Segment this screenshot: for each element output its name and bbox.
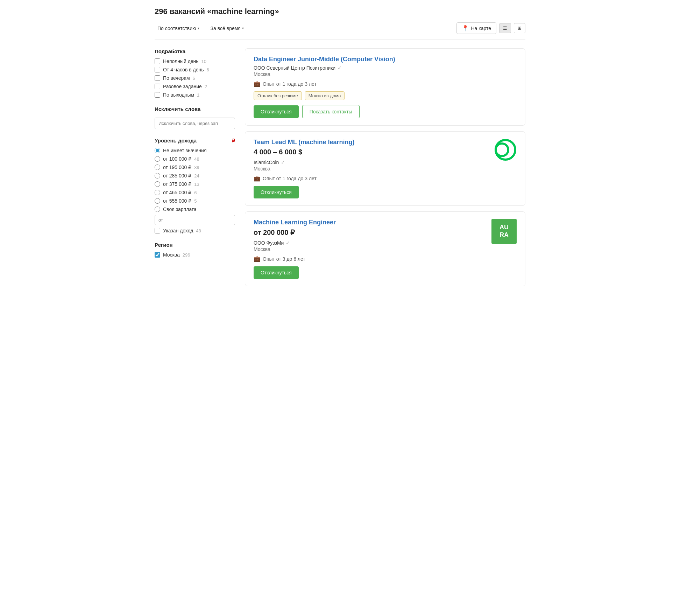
income-count-6: 6 <box>194 190 197 195</box>
filter-parttime-2: От 4 часов в день 6 <box>155 67 235 72</box>
exclude-input[interactable] <box>155 118 235 129</box>
apply-button-1[interactable]: Откликнуться <box>254 105 299 118</box>
parttime-checkbox-4[interactable] <box>155 84 160 89</box>
income-radio-input-3[interactable] <box>155 164 160 170</box>
actions-row-1: Откликнуться Показать контакты <box>254 105 517 118</box>
parttime-count-5: 1 <box>197 92 199 98</box>
job-title-3[interactable]: Machine Learning Engineer <box>254 219 336 226</box>
company-row-1: ООО Северный Центр Позитроники ✓ <box>254 65 517 71</box>
company-logo-2 <box>494 139 517 162</box>
actions-row-3: Откликнуться <box>254 266 517 279</box>
region-moscow-checkbox[interactable] <box>155 252 160 258</box>
exclude-section: Исключить слова <box>155 106 235 129</box>
experience-row-2: 💼 Опыт от 1 года до 3 лет <box>254 175 517 182</box>
svg-point-1 <box>496 144 508 156</box>
income-radio-2: от 100 000 ₽ 48 <box>155 156 235 162</box>
aura-logo-text: AURA <box>500 224 509 239</box>
income-radio-label-1[interactable]: Не имеет значения <box>163 148 206 153</box>
region-moscow-label[interactable]: Москва 296 <box>163 252 190 258</box>
income-radio-input-4[interactable] <box>155 173 160 178</box>
company-name-3: ООО ФуззМи <box>254 240 284 246</box>
aura-logo: AURA <box>491 219 517 244</box>
apply-button-3[interactable]: Откликнуться <box>254 266 299 279</box>
parttime-checkbox-5[interactable] <box>155 92 160 98</box>
sort-by-button[interactable]: По соответствию ▾ <box>155 24 202 33</box>
parttime-checkbox-3[interactable] <box>155 75 160 81</box>
parttime-count-3: 6 <box>193 76 195 81</box>
parttime-count-1: 10 <box>201 59 206 64</box>
list-view-icon: ☰ <box>503 26 507 31</box>
toolbar-right: 📍 На карте ☰ ⊞ <box>456 22 525 34</box>
exclude-title: Исключить слова <box>155 106 235 112</box>
income-specified-count: 48 <box>196 228 201 233</box>
income-radio-input-6[interactable] <box>155 190 160 195</box>
grid-view-icon: ⊞ <box>518 26 522 31</box>
income-specified-filter: Указан доход 48 <box>155 228 235 233</box>
income-radio-label-4[interactable]: от 285 000 ₽ 24 <box>163 173 199 178</box>
islamiccoin-logo <box>494 139 517 161</box>
region-section: Регион Москва 296 <box>155 242 235 258</box>
filter-parttime-3: По вечерам 6 <box>155 75 235 81</box>
verified-icon-3: ✓ <box>286 240 290 246</box>
income-currency: ₽ <box>232 138 235 144</box>
sort-label: По соответствию <box>157 26 196 31</box>
sidebar: Подработка Неполный день 10 От 4 часов в… <box>155 48 235 292</box>
tag-1-2: Можно из дома <box>305 91 345 100</box>
job-location-1: Москва <box>254 71 517 77</box>
parttime-section: Подработка Неполный день 10 От 4 часов в… <box>155 48 235 98</box>
income-radio-label-2[interactable]: от 100 000 ₽ 48 <box>163 156 199 162</box>
company-logo-3: AURA <box>491 219 517 244</box>
income-count-3: 39 <box>194 165 199 170</box>
region-moscow: Москва 296 <box>155 252 235 258</box>
filter-parttime-4: Разовое задание 2 <box>155 84 235 89</box>
company-row-2: IslamicCoin ✓ <box>254 160 517 165</box>
income-radio-input-8[interactable] <box>155 206 160 212</box>
income-radio-input-7[interactable] <box>155 198 160 204</box>
time-filter-button[interactable]: За всё время ▾ <box>208 24 247 33</box>
income-radio-label-6[interactable]: от 465 000 ₽ 6 <box>163 190 197 195</box>
income-radio-6: от 465 000 ₽ 6 <box>155 190 235 195</box>
parttime-checkbox-1[interactable] <box>155 58 160 64</box>
salary-from-input[interactable] <box>155 215 235 225</box>
income-specified-label[interactable]: Указан доход 48 <box>163 228 201 233</box>
income-radio-label-5[interactable]: от 375 000 ₽ 13 <box>163 181 199 187</box>
parttime-count-4: 2 <box>205 84 207 89</box>
filter-parttime-5: По выходным 1 <box>155 92 235 98</box>
income-radio-4: от 285 000 ₽ 24 <box>155 173 235 178</box>
job-card-3: AURA Machine Learning Engineer от 200 00… <box>245 211 525 286</box>
contacts-button-1[interactable]: Показать контакты <box>302 105 360 118</box>
income-radio-input-5[interactable] <box>155 181 160 187</box>
job-card-1: Data Engineer Junior-Middle (Computer Vi… <box>245 48 525 126</box>
income-specified-checkbox[interactable] <box>155 228 160 233</box>
income-radio-label-7[interactable]: от 555 000 ₽ 5 <box>163 198 197 204</box>
income-section-header: Уровень дохода ₽ <box>155 138 235 144</box>
income-radio-label-8[interactable]: Своя зарплата <box>163 206 197 212</box>
filter-parttime-1: Неполный день 10 <box>155 58 235 64</box>
map-view-button[interactable]: 📍 На карте <box>456 22 496 34</box>
experience-label-3: Опыт от 3 до 6 лет <box>263 256 305 262</box>
income-radio-label-3[interactable]: от 195 000 ₽ 39 <box>163 164 199 170</box>
income-radio-input-2[interactable] <box>155 156 160 162</box>
job-salary-3: от 200 000 ₽ <box>254 228 517 237</box>
svg-point-0 <box>496 140 515 160</box>
income-radio-1: Не имеет значения <box>155 148 235 153</box>
parttime-checkbox-2[interactable] <box>155 67 160 72</box>
parttime-label-2[interactable]: От 4 часов в день 6 <box>163 67 209 72</box>
job-salary-2: 4 000 – 6 000 $ <box>254 148 517 156</box>
parttime-label-3[interactable]: По вечерам 6 <box>163 75 195 81</box>
apply-button-2[interactable]: Откликнуться <box>254 186 299 198</box>
income-radio-5: от 375 000 ₽ 13 <box>155 181 235 187</box>
job-title-2[interactable]: Team Lead ML (machine learning) <box>254 139 354 146</box>
parttime-label-1[interactable]: Неполный день 10 <box>163 58 206 64</box>
company-name-2: IslamicCoin <box>254 160 279 165</box>
job-title-1[interactable]: Data Engineer Junior-Middle (Computer Vi… <box>254 56 395 63</box>
company-row-3: ООО ФуззМи ✓ <box>254 240 517 246</box>
briefcase-icon-3: 💼 <box>254 255 261 262</box>
parttime-label-5[interactable]: По выходным 1 <box>163 92 199 98</box>
list-view-button[interactable]: ☰ <box>499 23 511 33</box>
grid-view-button[interactable]: ⊞ <box>514 23 525 33</box>
job-location-2: Москва <box>254 166 517 172</box>
income-radio-input-1[interactable] <box>155 148 160 153</box>
experience-row-1: 💼 Опыт от 1 года до 3 лет <box>254 80 517 87</box>
parttime-label-4[interactable]: Разовое задание 2 <box>163 84 207 89</box>
